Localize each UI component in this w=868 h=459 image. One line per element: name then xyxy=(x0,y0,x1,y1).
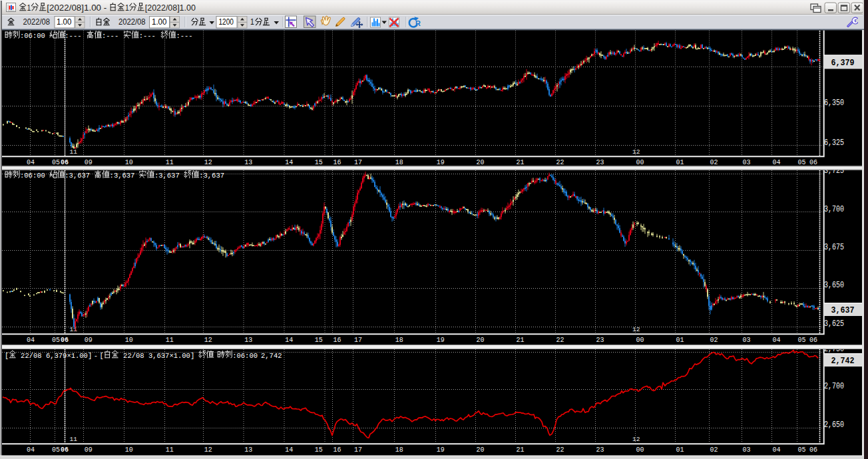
svg-text:20: 20 xyxy=(477,445,485,454)
svg-text:15: 15 xyxy=(315,445,323,454)
svg-text:04: 04 xyxy=(773,445,781,454)
svg-text:14: 14 xyxy=(285,335,293,344)
svg-text:10: 10 xyxy=(125,158,133,166)
svg-text:03: 03 xyxy=(743,158,751,166)
svg-text:09: 09 xyxy=(85,445,93,454)
svg-text:17: 17 xyxy=(354,158,362,166)
svg-text:10: 10 xyxy=(125,445,133,454)
svg-text:2,742: 2,742 xyxy=(831,356,855,366)
svg-text:02: 02 xyxy=(710,445,718,454)
svg-text::---: :--- xyxy=(65,32,81,40)
svg-text:04: 04 xyxy=(773,158,781,166)
svg-text:12: 12 xyxy=(204,158,212,166)
svg-text:-: - xyxy=(94,352,98,360)
svg-text:18: 18 xyxy=(395,445,403,454)
svg-text:09: 09 xyxy=(85,335,93,344)
svg-text:16: 16 xyxy=(333,445,341,454)
svg-text:2,742: 2,742 xyxy=(261,352,282,360)
svg-text:23: 23 xyxy=(596,335,604,344)
svg-text:6,325: 6,325 xyxy=(824,138,844,148)
svg-text:6,350: 6,350 xyxy=(824,98,844,108)
svg-text:04: 04 xyxy=(773,335,781,344)
svg-text:03: 03 xyxy=(743,445,751,454)
svg-text:04: 04 xyxy=(27,445,35,454)
svg-text::3,637: :3,637 xyxy=(154,172,180,180)
svg-text:[: [ xyxy=(100,352,104,360)
svg-text:22/08 3,637×1.00]: 22/08 3,637×1.00] xyxy=(119,352,194,360)
svg-text:12: 12 xyxy=(632,148,640,156)
svg-text::---: :--- xyxy=(176,32,192,40)
svg-text:17: 17 xyxy=(354,335,362,344)
svg-text:1: 1 xyxy=(250,17,254,27)
svg-text:12: 12 xyxy=(632,436,640,443)
svg-text:23: 23 xyxy=(596,445,604,454)
svg-text:13: 13 xyxy=(244,158,252,166)
svg-text:R: R xyxy=(415,19,421,27)
svg-text:19: 19 xyxy=(437,158,445,166)
svg-text:15: 15 xyxy=(315,335,323,344)
svg-text:06: 06 xyxy=(61,335,69,344)
svg-text:03: 03 xyxy=(743,335,751,344)
svg-text:15: 15 xyxy=(315,158,323,166)
svg-text:3,637: 3,637 xyxy=(831,305,855,315)
svg-text:02: 02 xyxy=(710,335,718,344)
svg-text::06:00: :06:00 xyxy=(232,352,258,360)
svg-text:[2022/08]1.00 -: [2022/08]1.00 - xyxy=(47,3,109,13)
svg-text::---: :--- xyxy=(139,32,156,40)
svg-text:1.00: 1.00 xyxy=(152,17,167,27)
svg-text:18: 18 xyxy=(395,335,403,344)
svg-text:2,650: 2,650 xyxy=(824,420,844,430)
svg-text:23: 23 xyxy=(596,158,604,166)
svg-text:05: 05 xyxy=(52,445,60,454)
svg-text:06: 06 xyxy=(809,445,817,454)
svg-text:18: 18 xyxy=(395,158,403,166)
svg-text:19: 19 xyxy=(437,335,445,344)
svg-text:3,675: 3,675 xyxy=(824,243,844,252)
svg-text:06: 06 xyxy=(61,445,69,454)
svg-text:22/08 6,379×1.00]: 22/08 6,379×1.00] xyxy=(17,352,92,360)
svg-text:09: 09 xyxy=(85,158,93,166)
svg-text:16: 16 xyxy=(333,158,341,166)
svg-text:00: 00 xyxy=(636,445,644,454)
svg-text::3,637: :3,637 xyxy=(199,172,224,180)
svg-text:05: 05 xyxy=(798,445,806,454)
svg-text:12: 12 xyxy=(204,445,212,454)
svg-text:00: 00 xyxy=(636,335,644,344)
svg-text:2022/08: 2022/08 xyxy=(118,17,146,27)
svg-text:19: 19 xyxy=(437,445,445,454)
svg-text:22: 22 xyxy=(556,335,564,344)
svg-text:11: 11 xyxy=(166,158,174,166)
svg-text:11: 11 xyxy=(70,326,78,333)
svg-text:01: 01 xyxy=(676,158,684,166)
svg-text:6,379: 6,379 xyxy=(831,58,855,68)
svg-text:21: 21 xyxy=(517,445,525,454)
svg-text:04: 04 xyxy=(27,158,35,166)
svg-text:12: 12 xyxy=(204,335,212,344)
svg-text:2,700: 2,700 xyxy=(824,382,844,391)
svg-text:11: 11 xyxy=(70,148,78,156)
svg-text:04: 04 xyxy=(27,335,35,344)
svg-text:05: 05 xyxy=(52,158,60,166)
svg-text:11: 11 xyxy=(166,445,174,454)
svg-text:10: 10 xyxy=(125,335,133,344)
svg-text:02: 02 xyxy=(710,158,718,166)
svg-text:1: 1 xyxy=(125,3,129,13)
svg-text::06:00: :06:00 xyxy=(20,32,45,40)
svg-text:1200: 1200 xyxy=(219,17,234,27)
svg-text:13: 13 xyxy=(244,335,252,344)
svg-text:06: 06 xyxy=(809,335,817,344)
svg-text:11: 11 xyxy=(166,335,174,344)
svg-text:2022/08: 2022/08 xyxy=(23,17,51,27)
svg-text::3,637: :3,637 xyxy=(65,172,90,180)
svg-text:3,650: 3,650 xyxy=(824,281,844,290)
svg-text:21: 21 xyxy=(517,335,525,344)
svg-text:1.00: 1.00 xyxy=(57,17,72,27)
svg-text:20: 20 xyxy=(477,335,485,344)
svg-text:3,625: 3,625 xyxy=(824,319,844,329)
svg-text:21: 21 xyxy=(517,158,525,166)
svg-text:22: 22 xyxy=(556,158,564,166)
svg-text:14: 14 xyxy=(285,158,293,166)
svg-text:3,700: 3,700 xyxy=(824,205,844,214)
svg-text:17: 17 xyxy=(354,445,362,454)
svg-text:[: [ xyxy=(5,352,9,360)
